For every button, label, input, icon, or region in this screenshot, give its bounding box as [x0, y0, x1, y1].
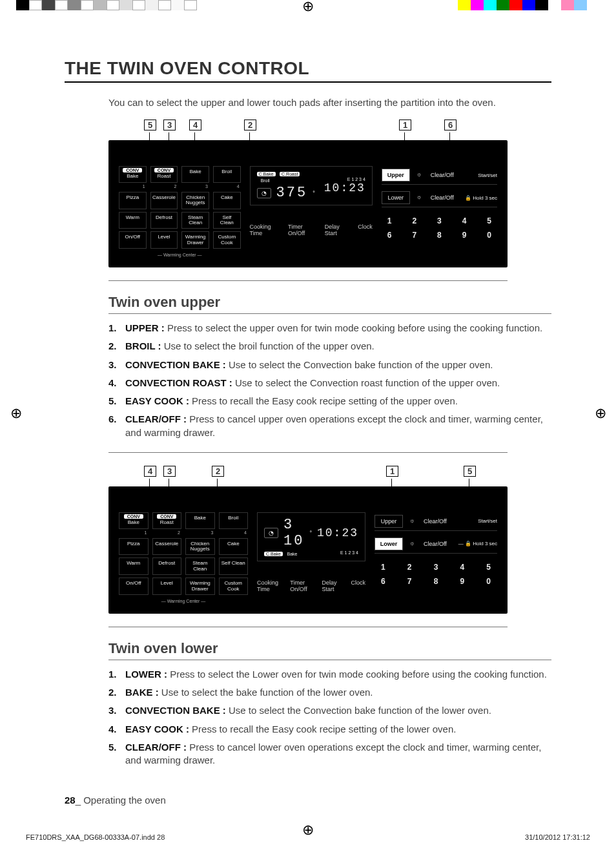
- temp-display: 375: [276, 185, 308, 201]
- keypad-key[interactable]: 7: [401, 577, 418, 586]
- panel-func[interactable]: Clock: [358, 224, 373, 236]
- panel-btn[interactable]: Warm: [119, 557, 149, 575]
- panel-btn[interactable]: Broil: [213, 166, 241, 183]
- keypad-key[interactable]: 1: [375, 563, 392, 572]
- panel-btn[interactable]: Warming Drawer: [181, 231, 209, 249]
- clear-off-lower-2[interactable]: Clear/Off: [424, 541, 447, 547]
- keypad-key[interactable]: 6: [375, 577, 392, 586]
- callout-badge: 2: [212, 466, 224, 477]
- panel-btn[interactable]: Bake: [185, 512, 215, 529]
- keypad-key[interactable]: 9: [453, 577, 471, 586]
- panel-btn[interactable]: Pizza: [119, 538, 149, 556]
- step-item: 5.EASY COOK : Press to recall the Easy c…: [108, 395, 551, 408]
- start-set[interactable]: Start/set: [478, 172, 497, 178]
- panel-btn[interactable]: Pizza: [119, 192, 147, 209]
- step-item: 5.CLEAR/OFF : Press to cancel lower oven…: [108, 741, 551, 767]
- keypad-key[interactable]: 3: [431, 216, 447, 225]
- warming-center-label: — Warming Center —: [119, 599, 248, 603]
- panel-btn[interactable]: Level: [152, 578, 182, 595]
- upper-button[interactable]: Upper: [382, 169, 410, 182]
- panel-func[interactable]: Delay Start: [325, 224, 347, 236]
- step-term: UPPER :: [125, 322, 165, 333]
- left-button-grid: CONVBakeCONVRoastBakeBroil1234PizzaCasse…: [119, 166, 241, 257]
- step-number: 5.: [108, 395, 120, 408]
- registration-mark: ⊕: [302, 0, 314, 15]
- keypad-key[interactable]: 4: [453, 563, 471, 572]
- panel-btn[interactable]: Casserole: [152, 538, 182, 556]
- panel-btn[interactable]: CONVBake: [119, 166, 147, 183]
- step-number: 4.: [108, 377, 120, 390]
- panel-btn[interactable]: On/Off: [119, 231, 147, 249]
- panel-btn[interactable]: Bake: [181, 166, 209, 183]
- temp-display-2: 3 10: [283, 517, 304, 549]
- step-term: CONVECTION BAKE :: [125, 705, 226, 716]
- keypad-key[interactable]: 0: [480, 577, 497, 586]
- keypad-key[interactable]: 0: [481, 231, 497, 240]
- step-body: Use to select the bake function of the l…: [161, 687, 373, 698]
- center-area: C.Bake C.Roast Broil ◔ 375 ° E 1 2 3 4 1…: [250, 166, 373, 257]
- panel-btn[interactable]: Defrost: [152, 557, 182, 575]
- step-body: Press to cancel lower oven operations ex…: [125, 742, 541, 765]
- step-term: CLEAR/OFF :: [125, 742, 187, 753]
- page-number: 28: [65, 795, 76, 806]
- callout-badge: 2: [244, 120, 256, 130]
- keypad-key[interactable]: 1: [382, 216, 398, 225]
- panel-btn[interactable]: CONVRoast: [152, 512, 182, 529]
- hold-label: 🔒 Hold 3 sec: [465, 195, 497, 201]
- panel-func[interactable]: Timer On/Off: [290, 579, 310, 592]
- panel-btn[interactable]: Custom Cook: [219, 578, 249, 595]
- keypad-key[interactable]: 5: [480, 563, 497, 572]
- panel-btn[interactable]: CONVRoast: [150, 166, 178, 183]
- step-item: 4.EASY COOK : Press to recall the Easy c…: [108, 723, 551, 736]
- upper-button-2[interactable]: Upper: [375, 515, 403, 528]
- panel-btn[interactable]: Cake: [213, 192, 241, 209]
- panel-btn[interactable]: Chicken Nuggets: [181, 192, 209, 209]
- keypad-key[interactable]: 9: [457, 231, 473, 240]
- panel-btn[interactable]: Self Clean: [219, 557, 249, 575]
- keypad-key[interactable]: 2: [406, 216, 422, 225]
- clear-off-upper-2[interactable]: Clear/Off: [424, 518, 447, 525]
- step-item: 3.CONVECTION BAKE : Use to select the Co…: [108, 704, 551, 717]
- panel-btn[interactable]: Chicken Nuggets: [185, 538, 215, 556]
- step-body: Use to select the Convection bake functi…: [229, 705, 491, 716]
- clear-off-lower[interactable]: Clear/Off: [431, 194, 454, 201]
- step-term: LOWER :: [125, 669, 167, 680]
- step-item: 2.BAKE : Use to select the bake function…: [108, 686, 551, 699]
- panel-func[interactable]: Cooking Time: [257, 579, 278, 592]
- lcd-display-2: ◔ 3 10 ° 10:23 C.Bake Bake E 1 2 3 4: [257, 512, 365, 561]
- keypad-key[interactable]: 5: [481, 216, 497, 225]
- clear-off-upper[interactable]: Clear/Off: [431, 172, 454, 178]
- oven-icon: ◔: [257, 188, 271, 198]
- panel-func[interactable]: Timer On/Off: [288, 224, 313, 236]
- keypad-key[interactable]: 3: [427, 563, 445, 572]
- panel-btn[interactable]: Cake: [219, 538, 249, 556]
- panel-btn[interactable]: On/Off: [119, 578, 149, 595]
- callout-badge: 4: [144, 466, 156, 477]
- panel-func[interactable]: Clock: [351, 579, 365, 592]
- panel-btn[interactable]: Steam Clean: [181, 212, 209, 229]
- keypad-key[interactable]: 4: [457, 216, 473, 225]
- keypad-key[interactable]: 8: [427, 577, 445, 586]
- keypad-key[interactable]: 7: [406, 231, 422, 240]
- panel-func[interactable]: Delay Start: [322, 579, 340, 592]
- keypad-key[interactable]: 2: [401, 563, 418, 572]
- keypad-key[interactable]: 6: [382, 231, 398, 240]
- panel-btn[interactable]: CONVBake: [119, 512, 149, 529]
- panel-btn[interactable]: Broil: [219, 512, 249, 529]
- upper-control-row-2: Upper ☼ Clear/Off Start/set: [375, 512, 497, 531]
- panel-func[interactable]: Cooking Time: [250, 224, 276, 236]
- lower-button-2[interactable]: Lower: [375, 537, 403, 550]
- panel-btn[interactable]: Casserole: [150, 192, 178, 209]
- page-footer: 28_ Operating the oven: [65, 795, 166, 806]
- panel-btn[interactable]: Warming Drawer: [185, 578, 215, 595]
- keypad-key[interactable]: 8: [431, 231, 447, 240]
- panel-btn[interactable]: Custom Cook: [213, 231, 241, 249]
- start-set-2[interactable]: Start/set: [478, 518, 497, 524]
- lower-button[interactable]: Lower: [382, 191, 410, 204]
- panel-btn[interactable]: Level: [150, 231, 178, 249]
- panel-btn[interactable]: Self Clean: [213, 212, 241, 229]
- panel-btn[interactable]: Warm: [119, 212, 147, 229]
- panel-btn[interactable]: Steam Clean: [185, 557, 215, 575]
- lower-control-row-2: Lower ☼ Clear/Off — 🔒 Hold 3 sec: [375, 535, 497, 554]
- panel-btn[interactable]: Defrost: [150, 212, 178, 229]
